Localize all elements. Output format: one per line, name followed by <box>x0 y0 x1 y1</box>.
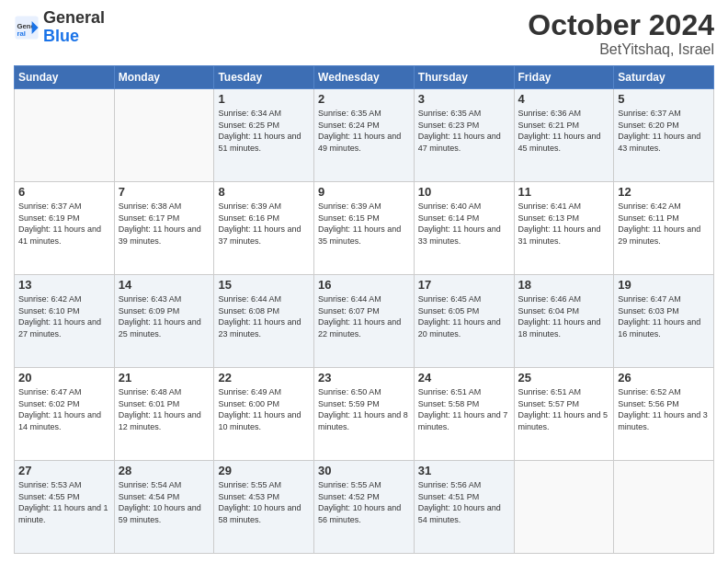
day-info: Sunrise: 5:55 AM Sunset: 4:53 PM Dayligh… <box>218 479 310 525</box>
day-number: 5 <box>618 92 710 106</box>
day-number: 24 <box>418 371 510 385</box>
day-number: 14 <box>119 278 210 292</box>
calendar-cell: 8Sunrise: 6:39 AM Sunset: 6:16 PM Daylig… <box>214 182 314 275</box>
day-number: 4 <box>518 92 610 106</box>
calendar-cell: 22Sunrise: 6:49 AM Sunset: 6:00 PM Dayli… <box>214 368 314 461</box>
calendar-day-header: Saturday <box>614 66 714 89</box>
day-info: Sunrise: 6:47 AM Sunset: 6:02 PM Dayligh… <box>18 386 110 432</box>
calendar-table: SundayMondayTuesdayWednesdayThursdayFrid… <box>14 65 714 554</box>
calendar-cell: 16Sunrise: 6:44 AM Sunset: 6:07 PM Dayli… <box>314 275 415 368</box>
day-info: Sunrise: 6:50 AM Sunset: 5:59 PM Dayligh… <box>318 386 410 432</box>
day-info: Sunrise: 6:39 AM Sunset: 6:16 PM Dayligh… <box>218 201 310 247</box>
calendar-cell: 24Sunrise: 6:51 AM Sunset: 5:58 PM Dayli… <box>414 368 514 461</box>
day-number: 27 <box>18 464 110 477</box>
calendar-cell: 21Sunrise: 6:48 AM Sunset: 6:01 PM Dayli… <box>114 368 214 461</box>
calendar-cell: 20Sunrise: 6:47 AM Sunset: 6:02 PM Dayli… <box>15 368 115 461</box>
day-info: Sunrise: 6:45 AM Sunset: 6:05 PM Dayligh… <box>418 293 510 339</box>
day-number: 11 <box>518 185 610 199</box>
calendar-cell: 4Sunrise: 6:36 AM Sunset: 6:21 PM Daylig… <box>514 89 614 182</box>
day-number: 21 <box>119 371 210 385</box>
day-info: Sunrise: 6:44 AM Sunset: 6:07 PM Dayligh… <box>318 293 410 339</box>
day-number: 8 <box>218 185 310 199</box>
calendar-header-row: SundayMondayTuesdayWednesdayThursdayFrid… <box>15 66 714 89</box>
calendar-cell: 25Sunrise: 6:51 AM Sunset: 5:57 PM Dayli… <box>514 368 614 461</box>
day-info: Sunrise: 6:37 AM Sunset: 6:19 PM Dayligh… <box>18 201 110 247</box>
logo-text: General Blue <box>43 9 105 46</box>
calendar-cell: 23Sunrise: 6:50 AM Sunset: 5:59 PM Dayli… <box>314 368 415 461</box>
day-number: 30 <box>318 464 410 477</box>
day-info: Sunrise: 6:37 AM Sunset: 6:20 PM Dayligh… <box>618 108 710 154</box>
calendar-cell: 28Sunrise: 5:54 AM Sunset: 4:54 PM Dayli… <box>114 461 214 554</box>
day-number: 23 <box>318 371 410 385</box>
day-number: 12 <box>618 185 710 199</box>
calendar-cell: 13Sunrise: 6:42 AM Sunset: 6:10 PM Dayli… <box>15 275 115 368</box>
calendar-cell: 30Sunrise: 5:55 AM Sunset: 4:52 PM Dayli… <box>314 461 415 554</box>
day-info: Sunrise: 6:39 AM Sunset: 6:15 PM Dayligh… <box>318 201 410 247</box>
calendar-day-header: Tuesday <box>214 66 314 89</box>
day-number: 29 <box>218 464 310 477</box>
calendar-day-header: Friday <box>514 66 614 89</box>
day-info: Sunrise: 6:42 AM Sunset: 6:10 PM Dayligh… <box>18 293 110 339</box>
calendar-cell: 31Sunrise: 5:56 AM Sunset: 4:51 PM Dayli… <box>414 461 514 554</box>
calendar-cell: 26Sunrise: 6:52 AM Sunset: 5:56 PM Dayli… <box>614 368 714 461</box>
calendar-day-header: Wednesday <box>314 66 415 89</box>
calendar-cell: 18Sunrise: 6:46 AM Sunset: 6:04 PM Dayli… <box>514 275 614 368</box>
calendar-cell <box>514 461 614 554</box>
svg-text:ral: ral <box>17 29 26 38</box>
day-number: 25 <box>518 371 610 385</box>
calendar-cell: 17Sunrise: 6:45 AM Sunset: 6:05 PM Dayli… <box>414 275 514 368</box>
day-info: Sunrise: 6:41 AM Sunset: 6:13 PM Dayligh… <box>518 201 610 247</box>
calendar-cell: 27Sunrise: 5:53 AM Sunset: 4:55 PM Dayli… <box>15 461 115 554</box>
day-number: 20 <box>18 371 110 385</box>
day-number: 15 <box>218 278 310 292</box>
calendar-cell: 1Sunrise: 6:34 AM Sunset: 6:25 PM Daylig… <box>214 89 314 182</box>
title-block: October 2024 BetYitshaq, Israel <box>528 9 714 58</box>
calendar-cell: 14Sunrise: 6:43 AM Sunset: 6:09 PM Dayli… <box>114 275 214 368</box>
day-number: 1 <box>218 92 310 106</box>
calendar-week-row: 13Sunrise: 6:42 AM Sunset: 6:10 PM Dayli… <box>15 275 714 368</box>
location: BetYitshaq, Israel <box>528 41 714 58</box>
calendar-cell: 29Sunrise: 5:55 AM Sunset: 4:53 PM Dayli… <box>214 461 314 554</box>
calendar-cell: 15Sunrise: 6:44 AM Sunset: 6:08 PM Dayli… <box>214 275 314 368</box>
day-number: 28 <box>119 464 210 477</box>
calendar-cell <box>114 89 214 182</box>
day-number: 10 <box>418 185 510 199</box>
day-number: 17 <box>418 278 510 292</box>
day-info: Sunrise: 6:48 AM Sunset: 6:01 PM Dayligh… <box>119 386 210 432</box>
calendar-cell: 10Sunrise: 6:40 AM Sunset: 6:14 PM Dayli… <box>414 182 514 275</box>
logo-general: General <box>43 8 105 27</box>
day-info: Sunrise: 6:44 AM Sunset: 6:08 PM Dayligh… <box>218 293 310 339</box>
day-info: Sunrise: 6:43 AM Sunset: 6:09 PM Dayligh… <box>119 293 210 339</box>
day-number: 22 <box>218 371 310 385</box>
day-number: 26 <box>618 371 710 385</box>
day-number: 19 <box>618 278 710 292</box>
day-info: Sunrise: 6:34 AM Sunset: 6:25 PM Dayligh… <box>218 108 310 154</box>
month-title: October 2024 <box>528 9 714 41</box>
calendar-day-header: Thursday <box>414 66 514 89</box>
day-number: 9 <box>318 185 410 199</box>
calendar-day-header: Monday <box>114 66 214 89</box>
calendar-cell: 5Sunrise: 6:37 AM Sunset: 6:20 PM Daylig… <box>614 89 714 182</box>
day-info: Sunrise: 6:47 AM Sunset: 6:03 PM Dayligh… <box>618 293 710 339</box>
day-info: Sunrise: 5:54 AM Sunset: 4:54 PM Dayligh… <box>119 479 210 525</box>
day-info: Sunrise: 6:35 AM Sunset: 6:23 PM Dayligh… <box>418 108 510 154</box>
page: Gene ral General Blue October 2024 BetYi… <box>0 0 728 563</box>
day-info: Sunrise: 6:42 AM Sunset: 6:11 PM Dayligh… <box>618 201 710 247</box>
calendar-cell: 2Sunrise: 6:35 AM Sunset: 6:24 PM Daylig… <box>314 89 415 182</box>
day-info: Sunrise: 6:51 AM Sunset: 5:57 PM Dayligh… <box>518 386 610 432</box>
day-info: Sunrise: 6:46 AM Sunset: 6:04 PM Dayligh… <box>518 293 610 339</box>
day-number: 3 <box>418 92 510 106</box>
calendar-cell: 19Sunrise: 6:47 AM Sunset: 6:03 PM Dayli… <box>614 275 714 368</box>
calendar-cell: 9Sunrise: 6:39 AM Sunset: 6:15 PM Daylig… <box>314 182 415 275</box>
day-info: Sunrise: 6:38 AM Sunset: 6:17 PM Dayligh… <box>119 201 210 247</box>
day-number: 31 <box>418 464 510 477</box>
logo: Gene ral General Blue <box>14 9 105 46</box>
day-number: 16 <box>318 278 410 292</box>
calendar-week-row: 6Sunrise: 6:37 AM Sunset: 6:19 PM Daylig… <box>15 182 714 275</box>
day-info: Sunrise: 6:52 AM Sunset: 5:56 PM Dayligh… <box>618 386 710 432</box>
calendar-day-header: Sunday <box>15 66 115 89</box>
calendar-week-row: 1Sunrise: 6:34 AM Sunset: 6:25 PM Daylig… <box>15 89 714 182</box>
logo-icon: Gene ral <box>14 15 40 40</box>
calendar-cell: 12Sunrise: 6:42 AM Sunset: 6:11 PM Dayli… <box>614 182 714 275</box>
logo-blue: Blue <box>43 27 79 45</box>
